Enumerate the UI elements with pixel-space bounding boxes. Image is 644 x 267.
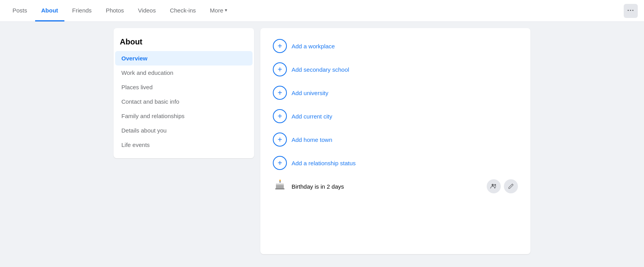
add-workplace-item[interactable]: + Add a workplace bbox=[270, 34, 521, 58]
overview-label: Overview bbox=[121, 55, 148, 62]
contact-basic-info-label: Contact and basic info bbox=[121, 98, 179, 105]
sidebar-item-contact-basic-info[interactable]: Contact and basic info bbox=[115, 94, 253, 109]
add-home-town-icon: + bbox=[273, 133, 287, 147]
nav-options-button[interactable]: ··· bbox=[624, 4, 638, 18]
more-chevron-icon: ▾ bbox=[225, 7, 227, 13]
add-relationship-status-icon: + bbox=[273, 156, 287, 170]
details-about-you-label: Details about you bbox=[121, 127, 167, 134]
posts-tab-label: Posts bbox=[12, 7, 27, 14]
about-sidebar: About Overview Work and education Places… bbox=[114, 28, 254, 158]
nav-options-dots: ··· bbox=[627, 7, 634, 15]
photos-tab-label: Photos bbox=[106, 7, 124, 14]
sidebar-item-overview[interactable]: Overview bbox=[115, 51, 253, 65]
nav-tab-posts[interactable]: Posts bbox=[6, 0, 34, 21]
add-workplace-icon: + bbox=[273, 39, 287, 53]
svg-rect-3 bbox=[276, 184, 284, 185]
main-content: About Overview Work and education Places… bbox=[107, 22, 537, 260]
add-relationship-status-item[interactable]: + Add a relationship status bbox=[270, 151, 521, 175]
add-university-icon: + bbox=[273, 86, 287, 100]
nav-tab-videos[interactable]: Videos bbox=[132, 0, 162, 21]
add-secondary-school-label: Add secondary school bbox=[292, 66, 349, 73]
birthday-edit-button[interactable] bbox=[504, 179, 518, 193]
birthday-audience-button[interactable] bbox=[487, 179, 501, 193]
nav-tab-about[interactable]: About bbox=[35, 0, 64, 21]
content-panel: + Add a workplace + Add secondary school… bbox=[260, 28, 530, 254]
sidebar-title: About bbox=[114, 34, 254, 51]
birthday-text: Birthday is in 2 days bbox=[292, 183, 344, 190]
family-relationships-label: Family and relationships bbox=[121, 113, 185, 119]
top-nav: Posts About Friends Photos Videos Check-… bbox=[0, 0, 644, 22]
places-lived-label: Places lived bbox=[121, 84, 153, 90]
videos-tab-label: Videos bbox=[138, 7, 156, 14]
more-tab-label: More bbox=[210, 7, 223, 14]
add-university-label: Add university bbox=[292, 90, 328, 96]
sidebar-item-places-lived[interactable]: Places lived bbox=[115, 80, 253, 94]
svg-rect-4 bbox=[275, 188, 285, 189]
sidebar-item-work-education[interactable]: Work and education bbox=[115, 65, 253, 80]
birthday-row: Birthday is in 2 days bbox=[270, 175, 521, 198]
life-events-label: Life events bbox=[121, 141, 150, 148]
checkins-tab-label: Check-ins bbox=[170, 7, 196, 14]
svg-point-6 bbox=[494, 184, 496, 186]
add-secondary-school-icon: + bbox=[273, 62, 287, 76]
birthday-actions bbox=[487, 179, 518, 193]
sidebar-item-family-relationships[interactable]: Family and relationships bbox=[115, 109, 253, 123]
nav-tab-more[interactable]: More ▾ bbox=[204, 0, 233, 21]
add-workplace-label: Add a workplace bbox=[292, 43, 335, 50]
birthday-cake-icon bbox=[273, 180, 287, 193]
add-current-city-label: Add current city bbox=[292, 113, 332, 120]
sidebar-item-life-events[interactable]: Life events bbox=[115, 138, 253, 152]
nav-tab-photos[interactable]: Photos bbox=[100, 0, 130, 21]
add-relationship-status-label: Add a relationship status bbox=[292, 160, 356, 166]
add-secondary-school-item[interactable]: + Add secondary school bbox=[270, 58, 521, 81]
svg-point-5 bbox=[492, 184, 494, 186]
add-home-town-item[interactable]: + Add home town bbox=[270, 128, 521, 151]
about-tab-label: About bbox=[41, 7, 58, 14]
nav-tab-friends[interactable]: Friends bbox=[66, 0, 98, 21]
work-education-label: Work and education bbox=[121, 69, 173, 76]
friends-tab-label: Friends bbox=[72, 7, 92, 14]
add-home-town-label: Add home town bbox=[292, 136, 332, 143]
add-university-item[interactable]: + Add university bbox=[270, 81, 521, 104]
nav-tab-checkins[interactable]: Check-ins bbox=[164, 0, 202, 21]
sidebar-item-details-about-you[interactable]: Details about you bbox=[115, 123, 253, 138]
add-current-city-icon: + bbox=[273, 109, 287, 123]
add-current-city-item[interactable]: + Add current city bbox=[270, 104, 521, 128]
nav-tabs: Posts About Friends Photos Videos Check-… bbox=[6, 0, 233, 21]
